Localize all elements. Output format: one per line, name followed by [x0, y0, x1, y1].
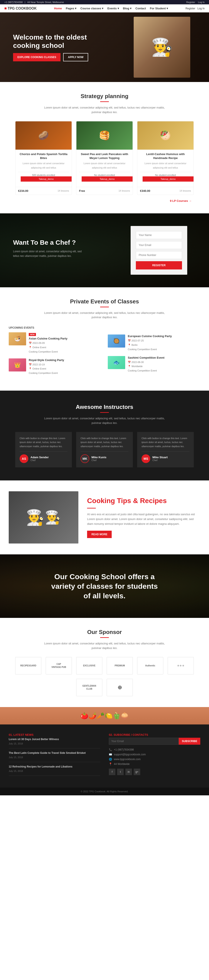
tips-title: Cooking Tips & Recipes — [87, 496, 200, 505]
event-4-image: 🐟 — [108, 356, 125, 369]
site-logo[interactable]: ■ TPG COOKBOOK — [4, 6, 37, 11]
cta-title: Our Cooking School offers a variety of c… — [50, 572, 159, 601]
sponsor-3-name: EXCLUSIVE — [83, 664, 96, 667]
hero-apply-btn[interactable]: Apply Now — [63, 53, 88, 61]
course-card-3-btn[interactable]: Takeup_demo — [143, 177, 193, 181]
contact-3-text: www.tpgcookbook.com — [114, 758, 140, 761]
event-1-meta: 📅 2022-09-09 📍 Online Event Cooking Comp… — [29, 341, 67, 354]
hero-explore-btn[interactable]: Explore Cooking Classes — [13, 53, 61, 61]
nav-register[interactable]: Register — [185, 7, 195, 10]
sponsor-5-name: Authentic — [145, 664, 155, 667]
course-card-3: 🥙 Lentil-Cashew Hummus with Handmade Rec… — [137, 121, 194, 195]
instructor-2-footer: MK Mike Kunis Chef — [81, 452, 128, 463]
nav-home[interactable]: Home — [54, 7, 62, 10]
hero-content: Welcome to the oldest cooking school Exp… — [13, 33, 100, 62]
course-card-3-enrolled: No student enrolled — [140, 172, 191, 177]
footer-copyright: © 2022 TPG Cookbook. All Rights Reserved… — [81, 790, 128, 793]
course-card-2-lessons: 14 lessons — [118, 189, 130, 192]
strategy-divider — [100, 101, 109, 102]
course-card-1-btn[interactable]: Takeup_demo — [21, 177, 72, 181]
nav-events[interactable]: Events ▾ — [107, 7, 119, 10]
contact-2-icon: ✉️ — [109, 753, 112, 756]
social-linkedin-btn[interactable]: in — [125, 768, 132, 775]
sponsor-7-name: GENTLEMAN CLUB — [82, 684, 96, 690]
subscribe-email-input[interactable] — [109, 738, 179, 745]
event-2-title[interactable]: European Cuisine Cooking Party — [128, 334, 172, 338]
tips-read-more-btn[interactable]: READ MORE — [87, 531, 112, 538]
sponsors-section: Our Sponsor Lorem ipsum dolor sit amet, … — [0, 618, 209, 707]
nav-contact[interactable]: Contact — [136, 7, 146, 10]
instructors-title: Awesome Instructors — [9, 404, 200, 410]
more-courses-link[interactable]: 9 LP Courses → — [9, 199, 200, 202]
news-3-title[interactable]: 12 Refreshing Recipes for Lemonade and L… — [9, 765, 100, 768]
news-item-3: 12 Refreshing Recipes for Lemonade and L… — [9, 765, 100, 776]
sponsor-2: CAP VINTAGE PUB — [46, 657, 72, 675]
register-email-input[interactable] — [136, 241, 182, 249]
nav-right: Register Log In — [185, 7, 205, 10]
event-2-meta: 📅 2022-07-25 📍 Berlin Cooking Competitio… — [128, 339, 172, 352]
hero-chef-image: 👨‍🍳 — [115, 13, 209, 82]
register-submit-btn[interactable]: REGISTER — [136, 261, 182, 269]
subscribe-btn[interactable]: SUBSCRIBE — [179, 738, 200, 745]
course-card-2: 🥞 Sweet Pea and Leek Pancakes with Meyer… — [76, 121, 133, 195]
course-card-3-body: Lentil-Cashew Hummus with Handmade Recip… — [137, 150, 193, 187]
nav-pages[interactable]: Pages ▾ — [66, 7, 77, 10]
course-card-3-meta: Lorem ipsum dolor sit amet consectetur a… — [140, 161, 191, 170]
sponsor-7: GENTLEMAN CLUB — [76, 679, 102, 696]
event-item-2: 🥘 European Cuisine Cooking Party 📅 2022-… — [108, 334, 200, 352]
events-header: Private Events of Classes Lorem ipsum do… — [9, 298, 200, 320]
register-name-input[interactable] — [136, 231, 182, 239]
instructor-2-role: Chef — [91, 459, 107, 461]
course-card-1-image: 🥔 — [16, 121, 72, 150]
event-3-title[interactable]: Royal-Style Cooking Party — [29, 358, 64, 362]
sponsor-4: PREMIUM — [107, 657, 133, 675]
course-card-2-footer: Free 14 lessons — [77, 187, 132, 195]
social-facebook-btn[interactable]: f — [109, 768, 115, 775]
social-gplus-btn[interactable]: g+ — [134, 768, 140, 775]
course-card-1-price: €234.00 — [18, 189, 28, 192]
social-twitter-btn[interactable]: t — [117, 768, 124, 775]
social-row: f t in g+ — [109, 768, 200, 775]
course-card-1-title: Chorizo and Potato Spanish Tortilla Bite… — [18, 152, 69, 160]
contact-1-icon: 📞 — [109, 748, 112, 751]
instructor-1-info: Adam Sender Chef — [30, 456, 49, 461]
nav-courses[interactable]: Course classes ▾ — [80, 7, 104, 10]
course-card-2-price: Free — [79, 189, 85, 192]
contact-1-text: +1 (987)7834398 — [114, 748, 134, 751]
nav-links: Home Pages ▾ Course classes ▾ Events ▾ B… — [54, 7, 168, 10]
instructors-section: Awesome Instructors Lorem ipsum dolor si… — [0, 391, 209, 480]
instructor-1-text: Click with button to change this text. L… — [19, 436, 67, 449]
hero-title: Welcome to the oldest cooking school — [13, 33, 100, 50]
instructor-2-info: Mike Kunis Chef — [91, 456, 107, 461]
course-card-2-btn[interactable]: Takeup_demo — [81, 177, 132, 181]
register-phone-input[interactable] — [136, 251, 182, 259]
nav-student[interactable]: For Student ▾ — [150, 7, 168, 10]
course-card-2-body: Sweet Pea and Leek Pancakes with Meyer L… — [77, 150, 132, 187]
news-1-title[interactable]: Lorem sit 30 Days Juiced Better Wilness — [9, 738, 100, 741]
tips-desc: At vero eos et accusam et justo stet cli… — [87, 512, 200, 526]
instructor-3-text: Click with button to change this text. L… — [142, 436, 190, 449]
login-link[interactable]: Log In — [198, 1, 205, 3]
footer-bar: © 2022 TPG Cookbook. All Rights Reserved… — [0, 788, 209, 795]
courses-row: 🥔 Chorizo and Potato Spanish Tortilla Bi… — [9, 121, 200, 195]
register-link[interactable]: Register — [186, 1, 195, 3]
news-2-title[interactable]: The Best Latin Complete Guide to Travel … — [9, 751, 100, 754]
event-1-title[interactable]: Asian Cuisine Cooking Party — [29, 337, 67, 340]
news-3-date: July 15, 2018 — [9, 770, 23, 772]
nav-blog[interactable]: Blog ▾ — [123, 7, 132, 10]
instructor-2-name: Mike Kunis — [91, 456, 107, 459]
event-4-title[interactable]: Sashimi Competition Event — [128, 356, 164, 359]
instructors-desc: Lorem ipsum dolor sit amet, consectetur … — [39, 416, 170, 425]
strategy-title: Strategy planning — [9, 93, 200, 100]
chef-desc: Lorem ipsum dolor sit amet, consectetur … — [13, 249, 87, 258]
upcoming-label: Upcoming Events — [9, 326, 101, 329]
news-item-2: The Best Latin Complete Guide to Travel … — [9, 751, 100, 762]
sponsor-6-name: ☆ ☆ ☆ — [177, 664, 184, 667]
instructor-3-avatar: MS — [142, 454, 150, 463]
news-item-1: Lorem sit 30 Days Juiced Better Wilness … — [9, 738, 100, 748]
sponsor-8-name: ⊕ — [118, 684, 122, 691]
instructor-2-avatar: MK — [81, 454, 89, 463]
nav-login[interactable]: Log In — [198, 7, 205, 10]
course-card-3-lessons: 14 lessons — [179, 189, 191, 192]
course-card-2-image: 🥞 — [77, 121, 132, 150]
